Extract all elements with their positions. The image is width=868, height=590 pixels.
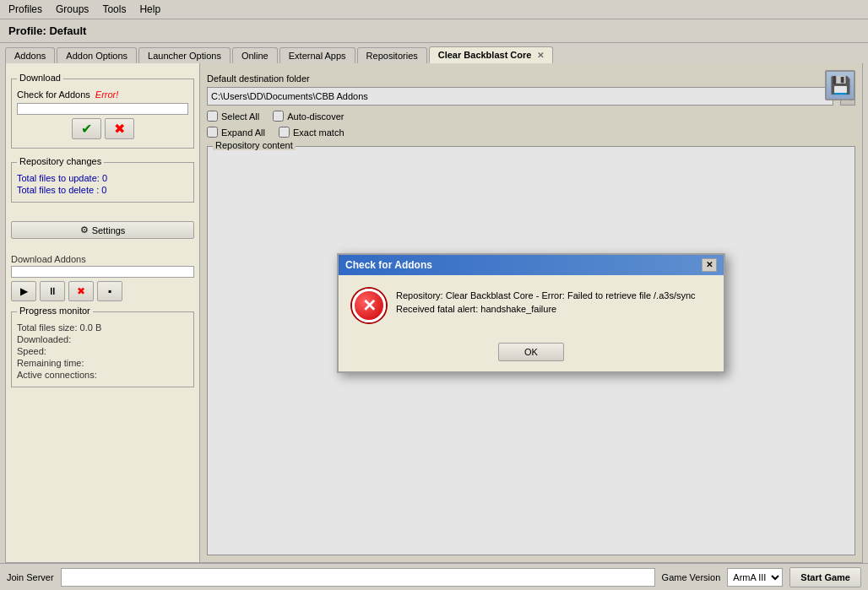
tab-launcher-options[interactable]: Launcher Options [138,47,231,63]
check-btn-row: ✔ ✖ [17,118,188,139]
error-icon: ✕ [352,289,386,322]
start-game-button[interactable]: Start Game [789,567,861,587]
total-files-delete: Total files to delete : 0 [17,185,188,195]
modal-message-line2: Received fatal alert: handshake_failure [396,302,710,317]
download-group: Download Check for Addons Error! ✔ ✖ [11,78,194,149]
download-addons-label: Download Addons [11,254,194,264]
pause-button[interactable]: ⏸ [40,281,65,301]
active-connections-label: Active connections: [17,370,188,380]
tab-repositories[interactable]: Repositories [357,47,427,63]
modal-overlay: Check for Addons ✕ ✕ Repository: Clear B… [200,63,862,562]
tab-external-apps[interactable]: External Apps [279,47,355,63]
downloaded-label: Downloaded: [17,334,188,344]
profile-title: Profile: Default [0,19,868,43]
settings-btn-wrapper: ⚙ Settings [11,216,194,244]
settings-button[interactable]: ⚙ Settings [11,221,194,239]
download-group-title: Download [17,73,63,83]
join-server-label: Join Server [7,572,54,582]
tab-online[interactable]: Online [232,47,278,63]
modal-close-button[interactable]: ✕ [702,258,717,272]
repo-changes-title: Repository changes [17,156,104,166]
check-progress-bar [17,103,188,115]
download-addons-section: Download Addons ▶ ⏸ ✖ ▪ [11,254,194,301]
tab-addon-options[interactable]: Addon Options [57,47,137,63]
gear-icon: ⚙ [80,225,89,235]
tab-clear-backblast-core[interactable]: Clear Backblast Core ✕ [429,46,554,63]
check-addons-row: Check for Addons Error! [17,89,188,100]
modal-titlebar: Check for Addons ✕ [339,255,724,275]
game-version-label: Game Version [662,572,721,582]
check-cancel-button[interactable]: ✖ [105,118,134,139]
speed-label: Speed: [17,346,188,356]
modal-footer: OK [339,336,724,371]
total-files-size: Total files size: 0.0 B [17,322,188,333]
menubar: Profiles Groups Tools Help [0,0,868,19]
ok-button[interactable]: OK [498,343,564,361]
game-version-select[interactable]: ArmA III [727,568,783,587]
remaining-time-label: Remaining time: [17,358,188,368]
right-panel: 💾 Default destination folder ▼ Select Al… [200,63,862,562]
join-server-input[interactable] [61,568,655,587]
media-btn-row: ▶ ⏸ ✖ ▪ [11,281,194,301]
check-addons-label: Check for Addons [17,89,90,100]
extra-button[interactable]: ▪ [97,281,122,301]
tabs-bar: Addons Addon Options Launcher Options On… [0,43,868,63]
modal-message-line1: Repository: Clear Backblast Core - Error… [396,289,710,303]
modal-body: ✕ Repository: Clear Backblast Core - Err… [339,275,724,336]
check-confirm-button[interactable]: ✔ [72,118,101,139]
menu-help[interactable]: Help [134,2,165,17]
modal-dialog: Check for Addons ✕ ✕ Repository: Clear B… [337,253,725,373]
panels-wrapper: Download Check for Addons Error! ✔ ✖ Rep… [5,63,863,563]
modal-message: Repository: Clear Backblast Core - Error… [396,289,710,317]
repo-changes-group: Repository changes Total files to update… [11,162,194,203]
menu-profiles[interactable]: Profiles [3,2,47,17]
stop-button[interactable]: ✖ [68,281,94,301]
tab-addons[interactable]: Addons [5,47,55,63]
bottom-bar: Join Server Game Version ArmA III Start … [0,563,868,590]
play-button[interactable]: ▶ [11,281,36,301]
progress-monitor-group: Progress monitor Total files size: 0.0 B… [11,311,194,387]
left-panel: Download Check for Addons Error! ✔ ✖ Rep… [6,63,200,562]
download-progress-bar [11,266,194,278]
menu-tools[interactable]: Tools [97,2,131,17]
modal-title: Check for Addons [345,259,432,271]
menu-groups[interactable]: Groups [51,2,94,17]
tab-close-icon[interactable]: ✕ [537,51,544,60]
check-addons-status: Error! [95,89,119,100]
progress-monitor-title: Progress monitor [17,306,93,316]
total-files-update: Total files to update: 0 [17,173,188,183]
